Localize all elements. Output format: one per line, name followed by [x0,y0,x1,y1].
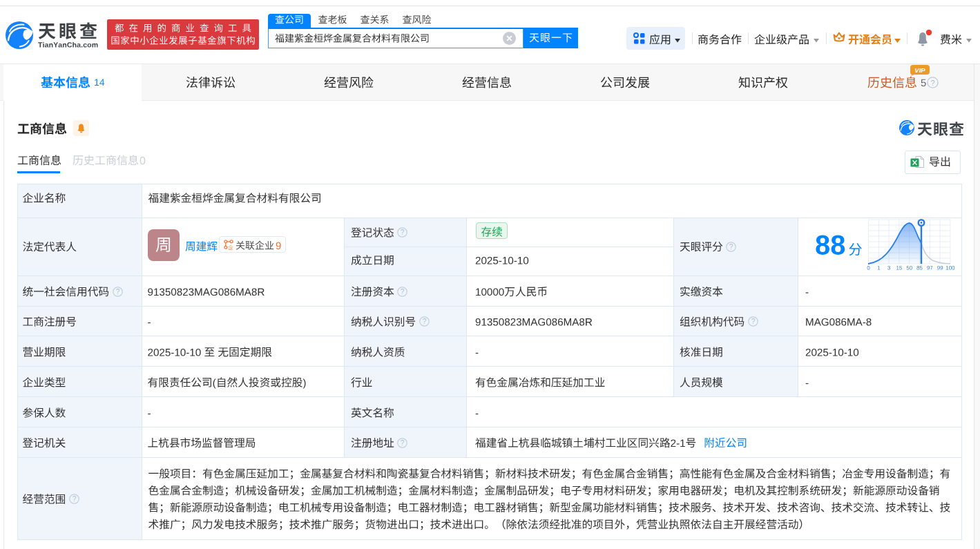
svg-text:?: ? [729,242,733,250]
svg-text:?: ? [73,495,77,503]
svg-text:?: ? [401,287,405,295]
svg-text:?: ? [115,287,119,295]
svg-text:VIP: VIP [914,66,925,74]
svg-text:?: ? [401,439,405,446]
svg-text:?: ? [422,318,426,325]
svg-text:?: ? [930,79,934,87]
svg-text:?: ? [401,229,405,236]
svg-text:?: ? [751,318,755,325]
